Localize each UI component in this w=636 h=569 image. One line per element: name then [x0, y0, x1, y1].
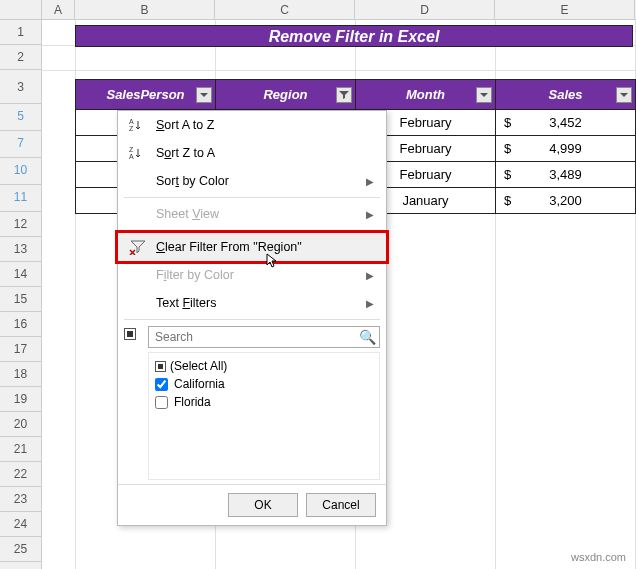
- menu-clear-filter[interactable]: Clear Filter From "Region": [118, 233, 386, 261]
- row-2[interactable]: 2: [0, 45, 41, 70]
- sales-value: 3,489: [549, 167, 582, 182]
- menu-text-filters-label: Text Filters: [156, 296, 366, 310]
- dropdown-icon: [199, 90, 209, 100]
- highlight-box: Clear Filter From "Region": [115, 230, 389, 264]
- currency-symbol: $: [504, 193, 511, 208]
- row-18[interactable]: 18: [0, 362, 41, 387]
- menu-sort-za-label: Sort Z to A: [156, 146, 378, 160]
- menu-separator: [124, 197, 380, 198]
- filter-context-menu: AZ Sort A to Z ZA Sort Z to A Sort by Co…: [117, 110, 387, 526]
- menu-text-filters[interactable]: Text Filters ▶: [118, 289, 386, 317]
- header-salesperson-label: SalesPerson: [106, 87, 184, 102]
- sort-za-icon: ZA: [126, 145, 148, 161]
- sort-az-icon: AZ: [126, 117, 148, 133]
- menu-sort-color-label: Sort by Color: [156, 174, 366, 188]
- corner-cell[interactable]: [0, 0, 42, 19]
- menu-button-bar: OK Cancel: [118, 484, 386, 525]
- checkbox[interactable]: [155, 396, 168, 409]
- row-25[interactable]: 25: [0, 537, 41, 562]
- header-salesperson: SalesPerson: [76, 80, 216, 110]
- check-label: California: [174, 377, 225, 391]
- row-headers: 1 2 3 5 7 10 11 12 13 14 15 16 17 18 19 …: [0, 20, 42, 569]
- svg-text:Z: Z: [129, 125, 134, 132]
- col-A[interactable]: A: [42, 0, 75, 19]
- sales-value: 3,452: [549, 115, 582, 130]
- row-24[interactable]: 24: [0, 512, 41, 537]
- row-22[interactable]: 22: [0, 462, 41, 487]
- row-20[interactable]: 20: [0, 412, 41, 437]
- header-region-label: Region: [263, 87, 307, 102]
- row-17[interactable]: 17: [0, 337, 41, 362]
- cell-sales[interactable]: $3,200: [496, 188, 636, 214]
- grid-area[interactable]: Remove Filter in Excel SalesPerson Regio…: [42, 20, 636, 569]
- row-12[interactable]: 12: [0, 212, 41, 237]
- col-E[interactable]: E: [495, 0, 635, 19]
- currency-symbol: $: [504, 167, 511, 182]
- svg-text:A: A: [129, 118, 134, 125]
- row-19[interactable]: 19: [0, 387, 41, 412]
- page-title: Remove Filter in Excel: [75, 25, 633, 47]
- search-icon: 🔍: [359, 329, 376, 345]
- search-input[interactable]: [148, 326, 380, 348]
- row-14[interactable]: 14: [0, 262, 41, 287]
- row-23[interactable]: 23: [0, 487, 41, 512]
- row-11[interactable]: 11: [0, 185, 41, 212]
- cancel-button[interactable]: Cancel: [306, 493, 376, 517]
- row-5[interactable]: 5: [0, 104, 41, 131]
- filter-button-salesperson[interactable]: [196, 87, 212, 103]
- col-B[interactable]: B: [75, 0, 215, 19]
- col-D[interactable]: D: [355, 0, 495, 19]
- row-1[interactable]: 1: [0, 20, 41, 45]
- sales-value: 3,200: [549, 193, 582, 208]
- row-3[interactable]: 3: [0, 70, 41, 104]
- filter-button-region[interactable]: [336, 87, 352, 103]
- row-13[interactable]: 13: [0, 237, 41, 262]
- menu-sort-color[interactable]: Sort by Color ▶: [118, 167, 386, 195]
- menu-sheet-view-label: Sheet View: [156, 207, 366, 221]
- cell-sales[interactable]: $4,999: [496, 136, 636, 162]
- menu-sort-az-label: Sort A to Z: [156, 118, 378, 132]
- check-florida[interactable]: Florida: [151, 393, 377, 411]
- dropdown-icon: [619, 90, 629, 100]
- filter-checklist: (Select All) California Florida: [148, 352, 380, 480]
- row-21[interactable]: 21: [0, 437, 41, 462]
- check-label: (Select All): [170, 359, 227, 373]
- checkbox[interactable]: [155, 378, 168, 391]
- chevron-right-icon: ▶: [366, 209, 378, 220]
- column-headers: A B C D E: [0, 0, 636, 20]
- menu-clear-filter-label: Clear Filter From "Region": [156, 240, 378, 254]
- check-select-all[interactable]: (Select All): [151, 357, 377, 375]
- row-15[interactable]: 15: [0, 287, 41, 312]
- cell-sales[interactable]: $3,452: [496, 110, 636, 136]
- ok-button[interactable]: OK: [228, 493, 298, 517]
- row-10[interactable]: 10: [0, 158, 41, 185]
- header-sales-label: Sales: [549, 87, 583, 102]
- chevron-right-icon: ▶: [366, 298, 378, 309]
- filter-active-icon: [339, 90, 349, 100]
- menu-filter-color-label: Filter by Color: [156, 268, 366, 282]
- currency-symbol: $: [504, 141, 511, 156]
- tristate-icon: [155, 361, 166, 372]
- header-month-label: Month: [406, 87, 445, 102]
- row-16[interactable]: 16: [0, 312, 41, 337]
- check-label: Florida: [174, 395, 211, 409]
- svg-text:Z: Z: [129, 146, 134, 153]
- menu-sheet-view: Sheet View ▶: [118, 200, 386, 228]
- watermark: wsxdn.com: [571, 551, 626, 563]
- cell-sales[interactable]: $3,489: [496, 162, 636, 188]
- check-california[interactable]: California: [151, 375, 377, 393]
- col-C[interactable]: C: [215, 0, 355, 19]
- dropdown-icon: [479, 90, 489, 100]
- filter-button-sales[interactable]: [616, 87, 632, 103]
- row-7[interactable]: 7: [0, 131, 41, 158]
- clear-filter-icon: [126, 239, 148, 255]
- header-region: Region: [216, 80, 356, 110]
- tristate-checkbox[interactable]: [124, 328, 136, 340]
- chevron-right-icon: ▶: [366, 176, 378, 187]
- menu-sort-za[interactable]: ZA Sort Z to A: [118, 139, 386, 167]
- header-month: Month: [356, 80, 496, 110]
- menu-sort-az[interactable]: AZ Sort A to Z: [118, 111, 386, 139]
- header-sales: Sales: [496, 80, 636, 110]
- filter-button-month[interactable]: [476, 87, 492, 103]
- sales-value: 4,999: [549, 141, 582, 156]
